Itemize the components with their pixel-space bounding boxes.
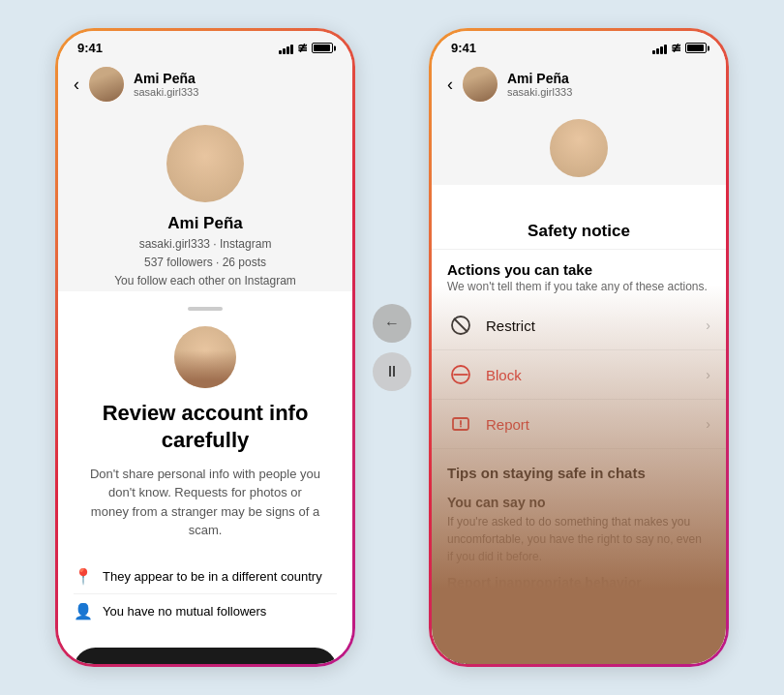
left-profile-username: sasaki.girl333 (139, 237, 210, 251)
actions-section-title: Actions you can take (432, 250, 726, 280)
warning-text-country: They appear to be in a different country (103, 569, 322, 584)
left-large-avatar (166, 125, 244, 202)
right-phone: 9:41 ≇ ‹ (429, 28, 729, 667)
left-profile-app: Instagram (220, 237, 271, 251)
warning-item-country: 📍 They appear to be in a different count… (74, 559, 337, 594)
left-panel-avatar (174, 326, 236, 388)
right-header-avatar (463, 67, 498, 102)
warning-item-followers: 👤 You have no mutual followers (74, 594, 337, 628)
back-control-button[interactable]: ← (373, 304, 411, 343)
actions-button[interactable]: Actions you can take (74, 648, 337, 667)
left-phone: 9:41 ≇ ‹ (55, 28, 355, 667)
left-profile-followers: 537 followers · 26 posts (114, 254, 296, 272)
warning-items: 📍 They appear to be in a different count… (74, 559, 337, 628)
left-back-arrow[interactable]: ‹ (74, 75, 79, 95)
right-back-arrow[interactable]: ‹ (447, 75, 453, 95)
right-wifi-icon: ≇ (671, 41, 681, 55)
pause-icon: ⏸ (384, 363, 400, 380)
warning-text-followers: You have no mutual followers (103, 604, 266, 619)
right-header-name: Ami Peña (507, 71, 572, 86)
left-header-info: Ami Peña sasaki.girl333 (134, 71, 198, 98)
signal-icon (279, 43, 293, 54)
left-bottom-panel: Review account info carefully Don't shar… (58, 291, 352, 667)
safety-title: Safety notice (432, 210, 726, 250)
left-status-bar: 9:41 ≇ (58, 31, 352, 59)
location-icon: 📍 (74, 567, 93, 586)
back-icon: ← (384, 315, 400, 332)
right-profile-header: ‹ Ami Peña sasaki.girl333 (432, 59, 726, 109)
pause-control-button[interactable]: ⏸ (373, 352, 411, 391)
left-profile-info: Ami Peña sasaki.girl333 · Instagram 537 … (114, 214, 296, 291)
right-battery-icon (685, 43, 707, 53)
phones-container: 9:41 ≇ ‹ (36, 9, 748, 686)
left-header-username: sasaki.girl333 (134, 86, 198, 98)
right-header-info: Ami Peña sasaki.girl333 (507, 71, 572, 98)
right-time: 9:41 (451, 41, 476, 55)
battery-icon (312, 43, 333, 53)
right-status-bar: 9:41 ≇ (432, 31, 726, 59)
right-large-avatar (550, 119, 608, 177)
review-description: Don't share personal info with people yo… (89, 465, 321, 540)
left-drag-handle (188, 307, 223, 311)
right-avatar-section (432, 109, 726, 185)
review-section: Review account info carefully Don't shar… (74, 400, 337, 559)
left-profile-name: Ami Peña (114, 214, 296, 233)
wifi-icon: ≇ (297, 41, 308, 55)
left-profile-section: Ami Peña sasaki.girl333 · Instagram 537 … (58, 109, 352, 291)
left-header-avatar (89, 67, 124, 102)
right-status-icons: ≇ (652, 41, 707, 55)
left-profile-header: ‹ Ami Peña sasaki.girl333 (58, 59, 352, 109)
left-time: 9:41 (77, 41, 103, 55)
left-profile-mutual: You follow each other on Instagram (114, 272, 296, 290)
person-icon: 👤 (74, 602, 93, 620)
left-header-name: Ami Peña (134, 71, 198, 86)
left-profile-platform: sasaki.girl333 · Instagram (114, 235, 296, 254)
playback-controls: ← ⏸ (373, 304, 411, 391)
left-status-icons: ≇ (279, 41, 333, 55)
right-signal-icon (652, 43, 667, 54)
review-title: Review account info carefully (89, 400, 321, 455)
right-header-username: sasaki.girl333 (507, 86, 572, 98)
